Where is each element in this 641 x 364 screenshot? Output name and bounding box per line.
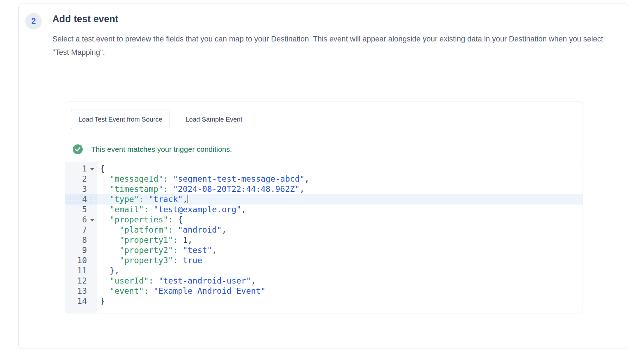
load-test-event-button[interactable]: Load Test Event from Source: [71, 110, 170, 129]
trigger-match-banner: This event matches your trigger conditio…: [65, 137, 583, 162]
code-line[interactable]: "type": "track",: [97, 194, 583, 204]
line-number: 14: [65, 296, 97, 306]
code-line[interactable]: "properties": {: [97, 215, 583, 225]
code-line[interactable]: }: [97, 296, 583, 306]
editor-gutter: 1234567891011121314: [65, 162, 97, 313]
line-number: 10: [65, 255, 97, 266]
code-line[interactable]: "userId": "test-android-user",: [97, 276, 583, 286]
line-number: 2: [65, 174, 97, 184]
json-code-editor[interactable]: 1234567891011121314 { "messageId": "segm…: [65, 162, 583, 313]
line-number: 7: [65, 225, 97, 235]
fold-arrow-icon[interactable]: [90, 168, 94, 170]
line-number: 1: [65, 164, 97, 174]
code-line[interactable]: "event": "Example Android Event": [97, 286, 583, 296]
code-line[interactable]: "property1": 1,: [97, 235, 583, 245]
code-line[interactable]: "email": "test@example.org",: [97, 204, 583, 215]
line-number: 4: [65, 194, 97, 204]
step-header-text: Add test event Select a test event to pr…: [52, 14, 615, 59]
indent-guide: [110, 255, 110, 266]
code-line[interactable]: "property2": "test",: [97, 245, 583, 255]
code-line[interactable]: "timestamp": "2024-08-20T22:44:48.962Z",: [97, 184, 583, 194]
line-number: 3: [65, 184, 97, 194]
code-line[interactable]: {: [97, 164, 583, 174]
step-number-badge: 2: [25, 13, 42, 30]
page-title: Add test event: [52, 14, 615, 25]
line-number: 13: [65, 286, 97, 296]
line-number: 11: [65, 266, 97, 276]
text-cursor: [188, 195, 188, 203]
load-sample-event-button[interactable]: Load Sample Event: [178, 110, 249, 129]
code-line[interactable]: "platform": "android",: [97, 225, 583, 235]
line-number: 5: [65, 204, 97, 215]
trigger-match-message: This event matches your trigger conditio…: [91, 145, 232, 154]
line-number: 12: [65, 276, 97, 286]
code-line[interactable]: "property3": true: [97, 255, 583, 266]
line-number: 6: [65, 215, 97, 225]
line-number: 8: [65, 235, 97, 245]
event-loader-toolbar: Load Test Event from Source Load Sample …: [65, 102, 583, 137]
fold-arrow-icon[interactable]: [90, 219, 94, 221]
test-event-panel: Load Test Event from Source Load Sample …: [65, 102, 583, 313]
code-line[interactable]: "messageId": "segment-test-message-abcd"…: [97, 174, 583, 184]
indent-guide: [110, 235, 110, 245]
step-number: 2: [31, 17, 36, 26]
add-test-event-card: 2 Add test event Select a test event to …: [18, 4, 629, 349]
step-header: 2 Add test event Select a test event to …: [19, 4, 629, 75]
code-line[interactable]: },: [97, 266, 583, 276]
line-number: 9: [65, 245, 97, 255]
indent-guide: [110, 245, 110, 255]
editor-code-area[interactable]: { "messageId": "segment-test-message-abc…: [97, 162, 583, 313]
check-circle-icon: [73, 144, 83, 154]
step-description: Select a test event to preview the field…: [52, 32, 614, 59]
